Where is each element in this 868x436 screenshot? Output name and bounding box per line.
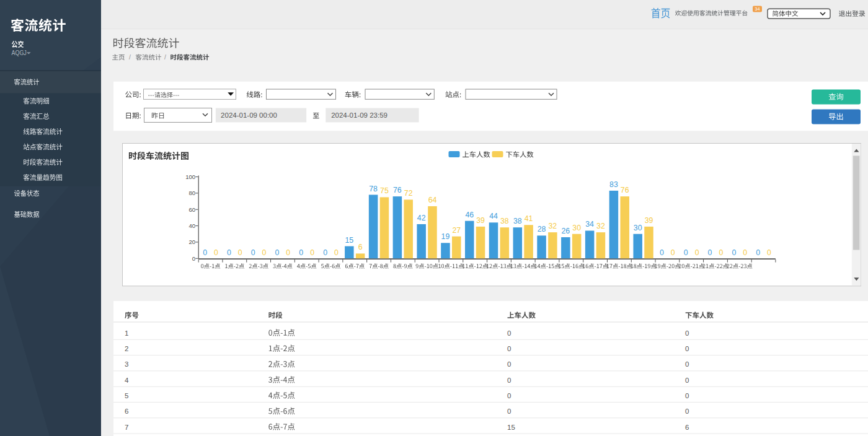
svg-text:38: 38 bbox=[513, 217, 522, 225]
svg-text:64: 64 bbox=[428, 196, 437, 204]
svg-text:0: 0 bbox=[719, 248, 723, 257]
svg-text:28: 28 bbox=[538, 225, 546, 233]
svg-text:78: 78 bbox=[369, 185, 378, 193]
svg-text:30: 30 bbox=[634, 224, 642, 232]
svg-text:1: 1 bbox=[125, 329, 128, 337]
svg-text:0: 0 bbox=[685, 329, 689, 337]
svg-text:5: 5 bbox=[125, 392, 128, 399]
svg-text:0: 0 bbox=[323, 248, 327, 257]
svg-text:0: 0 bbox=[251, 248, 255, 257]
svg-text:0: 0 bbox=[286, 248, 290, 257]
svg-text:0: 0 bbox=[214, 248, 218, 257]
svg-text:0: 0 bbox=[685, 360, 689, 368]
svg-text:7: 7 bbox=[125, 424, 128, 431]
svg-text:0: 0 bbox=[507, 329, 511, 337]
svg-text:0: 0 bbox=[743, 248, 747, 257]
svg-text:15: 15 bbox=[345, 236, 353, 245]
svg-text:39: 39 bbox=[476, 216, 485, 225]
svg-text:26: 26 bbox=[562, 227, 570, 235]
svg-text:76: 76 bbox=[621, 186, 629, 194]
svg-text:40: 40 bbox=[189, 222, 196, 229]
svg-text:75: 75 bbox=[380, 186, 389, 195]
svg-text:76: 76 bbox=[393, 186, 402, 194]
svg-text:30: 30 bbox=[572, 224, 581, 232]
svg-text:20: 20 bbox=[189, 238, 196, 245]
svg-text:0: 0 bbox=[507, 408, 511, 415]
svg-text:0: 0 bbox=[732, 248, 736, 257]
svg-text:80: 80 bbox=[189, 190, 196, 196]
svg-text:0: 0 bbox=[275, 248, 280, 257]
svg-text:0: 0 bbox=[507, 360, 511, 368]
svg-text:39: 39 bbox=[645, 216, 653, 225]
svg-text:0: 0 bbox=[203, 248, 207, 257]
svg-text:0: 0 bbox=[708, 248, 712, 257]
svg-text:0: 0 bbox=[671, 248, 675, 257]
svg-text:6: 6 bbox=[358, 243, 363, 251]
svg-text:0: 0 bbox=[507, 345, 511, 352]
svg-text:0: 0 bbox=[695, 248, 699, 257]
svg-text:60: 60 bbox=[189, 206, 196, 213]
svg-text:34: 34 bbox=[755, 6, 760, 12]
svg-text:2: 2 bbox=[125, 345, 128, 352]
svg-text:83: 83 bbox=[609, 180, 618, 189]
svg-text:41: 41 bbox=[525, 214, 533, 223]
svg-text:0: 0 bbox=[507, 392, 511, 399]
svg-text:0: 0 bbox=[685, 392, 689, 399]
svg-text:0: 0 bbox=[767, 248, 771, 257]
svg-text:72: 72 bbox=[404, 189, 413, 198]
svg-text:/: / bbox=[129, 53, 131, 61]
svg-text:0: 0 bbox=[684, 248, 688, 257]
svg-text:0: 0 bbox=[334, 248, 339, 257]
svg-text:0: 0 bbox=[660, 248, 664, 257]
svg-text:AQGJ: AQGJ bbox=[12, 49, 27, 56]
svg-text:15: 15 bbox=[507, 424, 515, 431]
svg-text:0: 0 bbox=[685, 408, 689, 415]
svg-text:0: 0 bbox=[507, 377, 511, 384]
svg-text:0: 0 bbox=[299, 248, 303, 257]
svg-text:32: 32 bbox=[549, 222, 557, 230]
svg-text:19: 19 bbox=[441, 232, 450, 241]
svg-text:6: 6 bbox=[685, 424, 689, 431]
svg-text:27: 27 bbox=[452, 226, 461, 235]
svg-text:0: 0 bbox=[227, 248, 231, 257]
svg-text:100: 100 bbox=[185, 173, 195, 180]
svg-text:38: 38 bbox=[500, 217, 509, 225]
svg-text:2024-01-09 00:00: 2024-01-09 00:00 bbox=[221, 111, 277, 119]
svg-text:44: 44 bbox=[489, 212, 498, 220]
svg-text:0: 0 bbox=[685, 377, 689, 384]
svg-text:32: 32 bbox=[596, 222, 605, 230]
svg-text:0: 0 bbox=[238, 248, 242, 257]
svg-text:2024-01-09 23:59: 2024-01-09 23:59 bbox=[331, 111, 388, 119]
svg-text:0: 0 bbox=[310, 248, 314, 257]
svg-text:0: 0 bbox=[192, 255, 195, 262]
svg-text:34: 34 bbox=[585, 220, 594, 229]
svg-text:0: 0 bbox=[262, 248, 267, 257]
svg-text:6: 6 bbox=[125, 408, 128, 415]
svg-text:/: / bbox=[164, 53, 166, 61]
svg-text:46: 46 bbox=[465, 211, 474, 219]
svg-text:0: 0 bbox=[756, 248, 760, 257]
svg-text:3: 3 bbox=[125, 360, 128, 368]
svg-text:4: 4 bbox=[125, 377, 129, 384]
svg-text:0: 0 bbox=[685, 345, 689, 352]
svg-text:42: 42 bbox=[417, 214, 426, 222]
